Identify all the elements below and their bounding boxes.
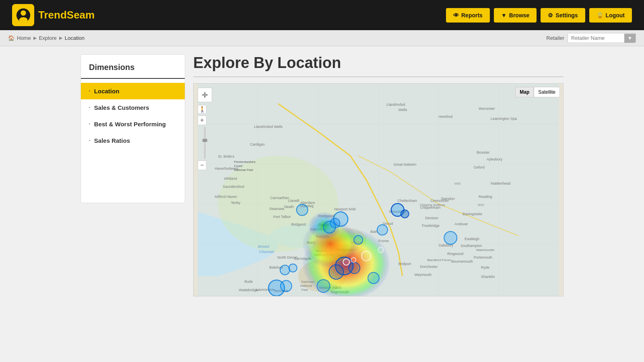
svg-text:Wells: Wells: [398, 108, 407, 112]
logo-box: [12, 4, 34, 26]
svg-text:Channel: Channel: [259, 249, 274, 254]
title-divider: [193, 76, 564, 77]
svg-point-2: [19, 17, 27, 22]
retailer-select: ▼: [568, 33, 636, 43]
svg-text:Llanelli: Llanelli: [288, 199, 299, 203]
svg-point-118: [368, 272, 379, 284]
svg-text:Bude: Bude: [244, 280, 253, 284]
svg-text:Saundersfoot: Saundersfoot: [223, 185, 244, 189]
svg-text:Basingstoke: Basingstoke: [462, 212, 482, 216]
logout-button[interactable]: 🔒 Logout: [589, 8, 632, 23]
svg-point-119: [444, 232, 457, 245]
sidebar-item-location[interactable]: • Location: [81, 83, 185, 99]
bullet-icon: •: [89, 105, 90, 109]
browse-button[interactable]: ▼ Browse: [494, 8, 537, 23]
svg-marker-128: [206, 94, 208, 96]
svg-text:Great Malvern: Great Malvern: [394, 162, 417, 167]
svg-text:Eastleigh: Eastleigh: [464, 237, 479, 241]
main-container: Dimensions • Location • Sales & Customer…: [72, 46, 572, 304]
content-area: Explore By Location: [193, 54, 564, 296]
breadcrumb-explore[interactable]: Explore: [39, 35, 57, 41]
svg-point-109: [377, 225, 388, 235]
svg-text:Chipping Sodbury: Chipping Sodbury: [420, 203, 445, 207]
svg-text:Devizes: Devizes: [425, 216, 438, 220]
sidebar-item-sales-ratios[interactable]: • Sales Ratios: [81, 132, 185, 149]
logo-area: TrendSeam: [12, 4, 95, 26]
svg-text:Cirencester: Cirencester: [431, 199, 449, 203]
svg-text:Blandford Forum: Blandford Forum: [427, 258, 452, 262]
svg-text:North Devon: North Devon: [277, 255, 297, 259]
sidebar-item-best-worst[interactable]: • Best & Worst Performing: [81, 116, 185, 132]
svg-point-116: [280, 265, 290, 275]
pegman-control[interactable]: 🚶: [198, 105, 206, 114]
svg-text:St. Bride's: St. Bride's: [218, 154, 235, 158]
sidebar: Dimensions • Location • Sales & Customer…: [80, 54, 185, 203]
svg-text:Bridport: Bridport: [398, 262, 411, 266]
lock-icon: 🔒: [597, 12, 603, 19]
svg-text:Cheltenham: Cheltenham: [398, 199, 417, 203]
retailer-area: Retailer ▼: [546, 33, 636, 43]
svg-text:Andover: Andover: [454, 222, 468, 226]
svg-text:Southampton: Southampton: [460, 244, 482, 248]
svg-point-123: [361, 251, 371, 261]
svg-point-122: [351, 257, 356, 262]
svg-text:Weymouth: Weymouth: [415, 273, 432, 277]
breadcrumb-home[interactable]: Home: [17, 35, 31, 41]
svg-text:Waterlooville: Waterlooville: [476, 248, 495, 252]
svg-text:Worcester: Worcester: [479, 107, 495, 111]
svg-marker-127: [202, 94, 204, 96]
svg-text:Llandrindod: Llandrindod: [386, 103, 405, 107]
svg-text:Park: Park: [301, 288, 308, 292]
svg-text:Hereford: Hereford: [438, 115, 452, 119]
svg-text:Haverfordwest: Haverfordwest: [215, 167, 238, 171]
zoom-out-button[interactable]: −: [198, 160, 206, 170]
zoom-slider[interactable]: [204, 127, 206, 159]
sidebar-item-sales-customers[interactable]: • Sales & Customers: [81, 99, 185, 116]
svg-text:Maidenhead: Maidenhead: [491, 181, 510, 185]
settings-button[interactable]: ⚙ Settings: [541, 8, 585, 23]
retailer-label: Retailer: [546, 35, 564, 41]
browse-arrow-icon: ▼: [501, 12, 507, 19]
bullet-icon: •: [89, 122, 90, 125]
zoom-in-button[interactable]: +: [198, 115, 206, 125]
zoom-slider-handle[interactable]: [202, 139, 207, 142]
satellite-view-button[interactable]: Satellite: [534, 87, 560, 97]
gear-icon: ⚙: [548, 12, 553, 19]
header: TrendSeam 👁 Reports ▼ Browse ⚙ Settings …: [0, 0, 644, 30]
reports-button[interactable]: 👁 Reports: [446, 8, 490, 23]
svg-text:Cardigan: Cardigan: [250, 142, 264, 146]
breadcrumb: 🏠 Home ▶ Explore ▶ Location: [8, 35, 85, 41]
map-type-buttons: Map Satellite: [515, 87, 560, 97]
retailer-dropdown-button[interactable]: ▼: [624, 34, 636, 43]
retailer-name-input[interactable]: [568, 33, 624, 43]
breadcrumb-sep-2: ▶: [59, 35, 62, 41]
svg-text:Newport M48: Newport M48: [334, 207, 355, 211]
bullet-icon: •: [89, 138, 90, 142]
svg-text:Bristol: Bristol: [258, 244, 269, 249]
map-background: Llandrindod Wells Llandrindod Wells Here…: [194, 84, 563, 296]
sidebar-title: Dimensions: [81, 63, 185, 79]
svg-text:Swansea: Swansea: [269, 207, 284, 211]
svg-text:Neath: Neath: [284, 205, 294, 209]
svg-text:Whiland: Whiland: [224, 177, 237, 181]
page-title: Explore By Location: [193, 54, 564, 72]
svg-text:Ryde: Ryde: [481, 265, 489, 269]
svg-text:M50: M50: [454, 182, 461, 185]
map-container[interactable]: Llandrindod Wells Llandrindod Wells Here…: [193, 83, 564, 296]
nav-buttons: 👁 Reports ▼ Browse ⚙ Settings 🔒 Logout: [446, 8, 632, 23]
svg-text:Aylesbury: Aylesbury: [487, 157, 503, 161]
svg-point-114: [281, 280, 292, 292]
svg-text:Wadebridge: Wadebridge: [239, 288, 258, 292]
svg-point-120: [354, 236, 363, 245]
breadcrumb-sep-1: ▶: [33, 35, 37, 41]
svg-point-105: [324, 221, 336, 233]
map-pan-control[interactable]: [198, 88, 212, 102]
home-icon: 🏠: [8, 35, 14, 41]
svg-point-115: [317, 280, 330, 292]
svg-text:M40: M40: [478, 203, 484, 207]
svg-text:Bridgend: Bridgend: [291, 222, 306, 226]
svg-text:Tenby: Tenby: [231, 201, 240, 205]
logo-text: TrendSeam: [38, 9, 95, 21]
map-view-button[interactable]: Map: [515, 87, 534, 97]
svg-text:Trowbridge: Trowbridge: [422, 224, 440, 228]
